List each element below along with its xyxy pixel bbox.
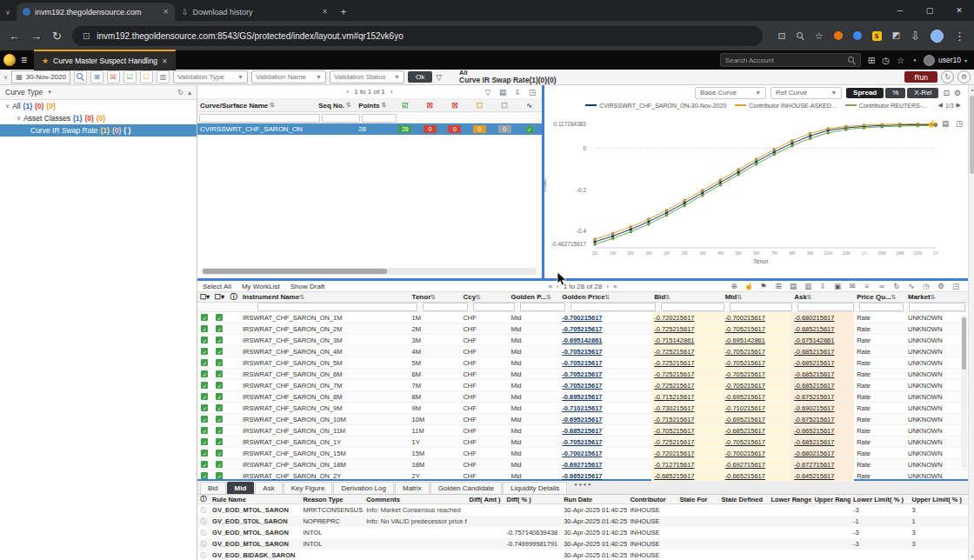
ask-value[interactable]: -0.685215617 bbox=[794, 438, 834, 446]
chart-icon[interactable]: ∿ bbox=[904, 281, 918, 291]
table-icon[interactable]: ▤ bbox=[497, 87, 509, 97]
collapse-chevron-icon[interactable]: ∨ bbox=[3, 74, 8, 81]
row-checkbox[interactable]: ✓ bbox=[526, 126, 533, 133]
browser-tab-downloads[interactable]: ⇩ Download history ✕ bbox=[176, 3, 334, 21]
filter-input[interactable] bbox=[520, 303, 565, 311]
address-bar[interactable]: ⊡ invm192.thegoldensource.com:8543/GS/pr… bbox=[72, 26, 763, 46]
rule-log-row[interactable]: ⓘGV_EOD_MTOL_SARONINTOL-0.75714063943830… bbox=[197, 527, 968, 538]
tree-panel-header[interactable]: Curve Type ▼ ↻ ▴ bbox=[0, 85, 197, 100]
mid-value[interactable]: -0.695215617 bbox=[725, 393, 765, 401]
golden-price-link[interactable]: -0.695215617 bbox=[562, 416, 602, 423]
instrument-row[interactable]: ✓✓IRSWRAT_CHF_SARON_ON_10M10MCHFMid-0.69… bbox=[197, 414, 968, 425]
golden-price-link[interactable]: -0.692715617 bbox=[562, 461, 602, 469]
ok-button[interactable]: Ok bbox=[408, 71, 432, 83]
select-all-link[interactable]: Select All bbox=[203, 283, 231, 290]
worklist-checkbox[interactable]: ✓ bbox=[216, 337, 223, 343]
select-checkbox[interactable]: ✓ bbox=[201, 337, 208, 343]
curve-hscrollbar-thumb[interactable] bbox=[203, 269, 387, 274]
worklist-checkbox[interactable]: ✓ bbox=[216, 393, 223, 400]
maximize-icon[interactable]: ◳ bbox=[526, 87, 538, 97]
legend-item-1[interactable]: Contributor INHOUSE-ASKED... bbox=[735, 103, 836, 109]
app-tab-close-icon[interactable]: ✕ bbox=[162, 57, 168, 65]
zoom-in-icon[interactable] bbox=[74, 70, 87, 83]
legend-item-2[interactable]: Contributor REUTERS-... bbox=[845, 103, 927, 109]
filter-input[interactable] bbox=[257, 303, 417, 311]
bid-value[interactable]: -0.725215617 bbox=[654, 348, 694, 356]
ask-value[interactable]: -0.685215617 bbox=[794, 348, 834, 356]
golden-price-link[interactable]: -0.665215617 bbox=[562, 472, 602, 480]
filter-input[interactable] bbox=[473, 303, 515, 311]
chart-icon[interactable]: ∿ bbox=[517, 99, 542, 111]
browser-profile-avatar[interactable] bbox=[931, 30, 944, 43]
warning-filter-icon[interactable]: ☐ bbox=[140, 70, 153, 83]
chart-mode-xrel-button[interactable]: X-Rel bbox=[907, 88, 938, 98]
rule-column-header[interactable]: Upper Limit( % ) bbox=[910, 495, 968, 503]
filter-input[interactable] bbox=[362, 114, 397, 123]
panel-icon[interactable]: ▤ bbox=[939, 118, 951, 129]
filter-icon[interactable]: ▽ bbox=[436, 73, 442, 82]
bid-value[interactable]: -0.712715617 bbox=[654, 461, 694, 469]
filter-input[interactable] bbox=[423, 303, 468, 311]
validation-name-select[interactable]: Validation Name ▼ bbox=[251, 70, 326, 83]
show-draft-link[interactable]: Show Draft bbox=[290, 283, 325, 290]
info-icon[interactable]: ⓘ bbox=[201, 506, 207, 515]
rejected-icon[interactable]: ☒ bbox=[417, 99, 443, 111]
rule-column-header[interactable]: Run Date bbox=[561, 495, 627, 503]
search-account-input[interactable]: Search Account bbox=[720, 53, 861, 67]
ref-curve-select[interactable]: Ref Curve ▼ bbox=[771, 87, 842, 99]
grid-vscrollbar[interactable] bbox=[961, 316, 967, 469]
ask-value[interactable]: -0.675215617 bbox=[794, 416, 834, 423]
new-tab-button[interactable]: + bbox=[334, 3, 353, 21]
expand-icon[interactable]: ◳ bbox=[953, 118, 965, 129]
worklist-checkbox[interactable]: ✓ bbox=[216, 450, 223, 457]
legend-prev-icon[interactable]: ◀ bbox=[937, 102, 942, 109]
instrument-row[interactable]: ✓✓IRSWRAT_CHF_SARON_ON_3M3MCHFMid-0.6951… bbox=[197, 335, 968, 346]
maximize-icon[interactable]: ◳ bbox=[949, 281, 963, 291]
ask-value[interactable]: -0.645215617 bbox=[794, 472, 834, 480]
instrument-row[interactable]: ✓✓IRSWRAT_CHF_SARON_ON_1Y1YCHFMid-0.7052… bbox=[197, 437, 968, 448]
select-checkbox[interactable]: ✓ bbox=[201, 393, 208, 400]
zoom-icon[interactable] bbox=[797, 32, 804, 40]
bid-value[interactable]: -0.725215617 bbox=[654, 370, 694, 378]
list-icon[interactable]: ≡ bbox=[860, 281, 874, 291]
columns-config-icon[interactable]: ▥ bbox=[157, 70, 170, 83]
warning-icon[interactable]: ☐ bbox=[467, 99, 492, 111]
rule-column-header[interactable]: Stale For bbox=[677, 495, 718, 503]
grid-column-header[interactable]: Tenor ⇅ bbox=[410, 292, 461, 302]
next-page-icon[interactable]: › bbox=[606, 283, 609, 290]
info-icon[interactable]: ⓘ bbox=[201, 551, 207, 560]
mid-value[interactable]: -0.700215617 bbox=[725, 450, 765, 457]
worklist-checkbox[interactable]: ✓ bbox=[216, 325, 223, 332]
chart-mode-spread-button[interactable]: Spread bbox=[846, 88, 884, 98]
instrument-row[interactable]: ✓✓IRSWRAT_CHF_SARON_ON_9M9MCHFMid-0.7102… bbox=[197, 403, 968, 414]
bid-value[interactable]: -0.720215617 bbox=[654, 450, 694, 457]
rule-column-header[interactable]: Contributor bbox=[627, 495, 677, 503]
tab-search-icon[interactable]: ∨ bbox=[0, 3, 16, 21]
worklist-checkbox[interactable]: ✓ bbox=[216, 404, 223, 411]
select-checkbox[interactable]: ✓ bbox=[201, 450, 208, 457]
bid-value[interactable]: -0.730215617 bbox=[654, 404, 694, 412]
legend-item-0[interactable]: CVIRSSWRT_CHF_SARON_ON-30-Nov-2020 bbox=[585, 103, 726, 109]
mid-value[interactable]: -0.710215617 bbox=[725, 404, 765, 412]
ask-value[interactable]: -0.675215617 bbox=[794, 393, 834, 401]
grid-column-header[interactable]: Golden P... ⇅ bbox=[508, 292, 559, 302]
filter-input[interactable] bbox=[322, 114, 360, 123]
reload-icon[interactable]: ↻ bbox=[52, 30, 62, 42]
favorite-star-icon[interactable]: ★ bbox=[42, 57, 49, 65]
download-icon[interactable]: ⇩ bbox=[816, 281, 830, 291]
golden-price-link[interactable]: -0.705215617 bbox=[562, 370, 602, 378]
ask-value[interactable]: -0.685215617 bbox=[794, 325, 834, 333]
curve-column-header[interactable]: Curve/Surface Name⇅ bbox=[197, 99, 316, 111]
extension-blue-icon[interactable] bbox=[853, 31, 862, 40]
scroll-up-icon[interactable]: ▲ bbox=[969, 87, 974, 92]
grid-column-header[interactable]: Ask ⇅ bbox=[791, 292, 854, 302]
rule-log-row[interactable]: ⓘGV_EOD_STOL_SARONNOPREPRCInfo: No VALID… bbox=[197, 516, 968, 527]
rule-log-row[interactable]: ⓘGV_EOD_MTOL_SARONMRKTCONSENSUSInfo: Mar… bbox=[197, 504, 968, 516]
chart-mode--button[interactable]: % bbox=[885, 88, 905, 98]
golden-price-link[interactable]: -0.695215617 bbox=[562, 393, 602, 401]
filter-input[interactable] bbox=[797, 303, 854, 311]
bookmark-star-icon[interactable]: ☆ bbox=[815, 31, 824, 41]
worklist-checkbox[interactable]: ✓ bbox=[216, 370, 223, 377]
select-checkbox[interactable]: ✓ bbox=[201, 314, 208, 321]
rule-column-header[interactable]: Comments bbox=[364, 495, 466, 503]
